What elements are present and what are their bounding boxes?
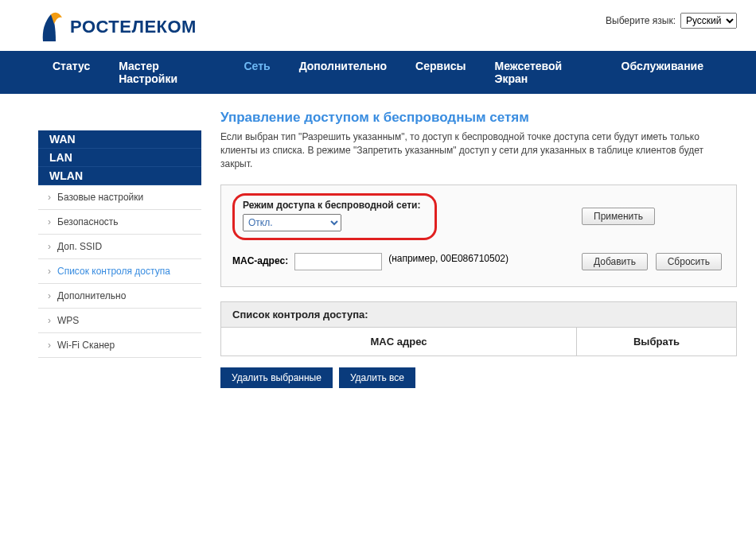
sidebar-tab-wan[interactable]: WAN	[38, 130, 201, 149]
language-select[interactable]: Русский	[680, 13, 737, 29]
mac-input[interactable]	[294, 253, 382, 270]
sidebar: WAN LAN WLAN Базовые настройки Безопасно…	[38, 130, 201, 388]
reset-button[interactable]: Сбросить	[656, 253, 722, 270]
mac-example: (например, 00E086710502)	[388, 253, 509, 264]
mac-label: MAC-адрес:	[232, 253, 288, 266]
acl-table: MAC адрес Выбрать	[220, 328, 737, 356]
col-select: Выбрать	[577, 328, 736, 355]
sidebar-item-security[interactable]: Безопасность	[38, 210, 201, 235]
sidebar-item-advanced[interactable]: Дополнительно	[38, 284, 201, 309]
sidebar-item-acl[interactable]: Список контроля доступа	[38, 259, 201, 284]
page-title: Управление доступом к беспроводным сетям	[220, 110, 737, 126]
mode-label: Режим доступа к беспроводной сети:	[243, 200, 420, 211]
nav-services[interactable]: Сервисы	[401, 51, 480, 94]
add-button[interactable]: Добавить	[582, 253, 648, 270]
brand-logo: РОСТЕЛЕКОМ	[38, 10, 197, 45]
language-selector: Выберите язык: Русский	[606, 13, 737, 29]
sidebar-tab-wlan[interactable]: WLAN	[38, 167, 201, 185]
brand-text: РОСТЕЛЕКОМ	[70, 17, 197, 37]
apply-button[interactable]: Применить	[582, 208, 655, 225]
settings-panel: Режим доступа к беспроводной сети: Откл.…	[220, 185, 737, 287]
top-navigation: Статус Мастер Настройки Сеть Дополнитель…	[0, 51, 756, 94]
nav-advanced[interactable]: Дополнительно	[285, 51, 401, 94]
sidebar-item-wps[interactable]: WPS	[38, 309, 201, 333]
nav-network[interactable]: Сеть	[229, 51, 284, 94]
acl-table-title: Список контроля доступа:	[220, 301, 737, 328]
nav-setup-wizard[interactable]: Мастер Настройки	[104, 51, 229, 94]
mode-highlight: Режим доступа к беспроводной сети: Откл.	[232, 193, 437, 240]
language-label: Выберите язык:	[606, 15, 676, 26]
col-mac: MAC адрес	[221, 328, 577, 355]
mode-select[interactable]: Откл.	[243, 214, 341, 231]
sidebar-item-add-ssid[interactable]: Доп. SSID	[38, 235, 201, 259]
delete-selected-button[interactable]: Удалить выбранные	[220, 367, 333, 388]
sidebar-item-basic[interactable]: Базовые настройки	[38, 185, 201, 210]
nav-firewall[interactable]: Межсетевой Экран	[481, 51, 607, 94]
rostelecom-logo-icon	[38, 10, 65, 45]
sidebar-item-wifi-scanner[interactable]: Wi-Fi Сканер	[38, 333, 201, 358]
page-description: Если выбран тип "Разрешить указанным", т…	[220, 130, 737, 170]
delete-all-button[interactable]: Удалить все	[339, 367, 415, 388]
nav-status[interactable]: Статус	[38, 51, 104, 94]
sidebar-tab-lan[interactable]: LAN	[38, 149, 201, 167]
nav-maintenance[interactable]: Обслуживание	[607, 51, 718, 94]
